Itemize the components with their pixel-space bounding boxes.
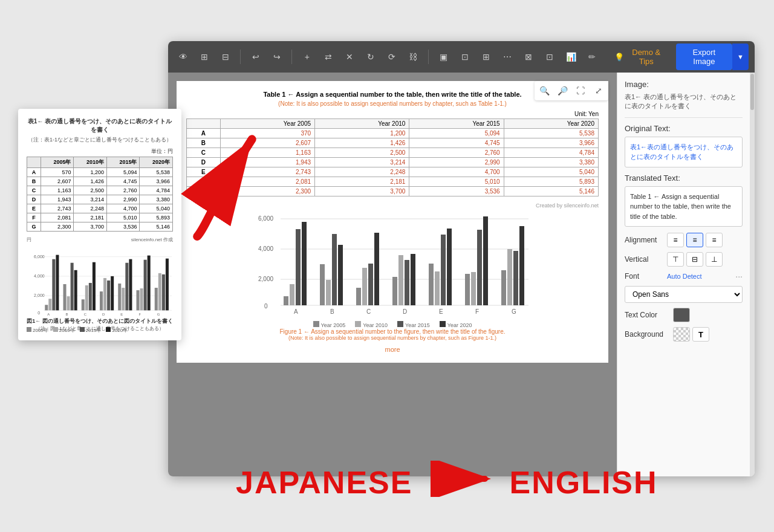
left-cell-0-3: 5,094	[106, 168, 140, 177]
content-area: 🔍 🔎 ⛶ ⤢ Table 1 ← Assign a sequential nu…	[168, 73, 755, 476]
align-middle-button[interactable]: ⊠	[519, 47, 537, 66]
svg-text:0: 0	[37, 311, 40, 315]
align-bottom-button[interactable]: ⊡	[541, 47, 558, 66]
canvas-header-1: Year 2005	[220, 119, 314, 129]
left-table-row: A5701,2005,0945,538	[27, 168, 173, 177]
refresh-button[interactable]: ↻	[362, 47, 380, 66]
close-button[interactable]: ✕	[341, 47, 359, 66]
right-panel: Image: 表1← 表の通し番号をつけ、そのあとに表のタイトルを書く Orig…	[617, 73, 750, 476]
left-table-header-1: 2005年	[41, 157, 74, 168]
svg-text:A: A	[294, 308, 298, 315]
font-select[interactable]: Open Sans	[625, 286, 743, 303]
align-right-button[interactable]: ⊞	[477, 47, 495, 66]
align-center-text-button[interactable]: ≡	[686, 233, 703, 247]
vertical-middle-button[interactable]: ⊟	[686, 252, 703, 267]
align-top-button[interactable]: ⋯	[498, 47, 516, 66]
canvas-document: Table 1 ← Assign a sequential number to …	[177, 81, 608, 363]
canvas-cell-1-2: 1,426	[315, 138, 409, 148]
scroll-thumb[interactable]	[750, 74, 754, 110]
original-text-label: Original Text:	[625, 124, 743, 133]
japanese-label: JAPANESE	[236, 464, 412, 501]
export-label: Export Image	[685, 48, 724, 66]
canvas-cell-0-4: 5,538	[504, 129, 598, 138]
svg-text:B: B	[330, 308, 334, 315]
redo-button[interactable]: ↪	[268, 47, 285, 66]
svg-rect-60	[356, 288, 361, 305]
left-table-row: F2,0812,1815,0105,893	[27, 213, 173, 222]
export-button-group: Export Image ▼	[676, 44, 749, 70]
fullscreen-button[interactable]: ⤢	[590, 82, 607, 99]
link-button[interactable]: ⛓	[405, 47, 422, 66]
background-swatch[interactable]	[673, 327, 690, 342]
left-cell-6-3: 3,536	[106, 222, 140, 232]
zoom-in-button[interactable]: 🔎	[554, 82, 571, 99]
vertical-bottom-button[interactable]: ⊥	[706, 252, 723, 267]
canvas-cell-4-2: 2,248	[315, 167, 409, 177]
canvas-fig-note: (Note: It is also possible to assign seq…	[186, 335, 599, 341]
align-left-button[interactable]: ▣	[435, 47, 452, 66]
export-image-button[interactable]: Export Image	[676, 44, 732, 70]
rotate-button[interactable]: ⟳	[383, 47, 401, 66]
canvas-cell-0-3: 5,094	[409, 129, 504, 138]
canvas-cell-3-3: 2,990	[409, 158, 504, 167]
left-table-row: D1,9433,2142,9903,380	[27, 195, 173, 204]
swap-button[interactable]: ⇄	[319, 47, 337, 66]
add-button[interactable]: +	[298, 47, 316, 66]
legend-2020: 2020年	[106, 327, 128, 334]
grid2-button[interactable]: ⊟	[216, 47, 234, 66]
canvas-cell-2-2: 2,500	[315, 148, 409, 158]
canvas-cell-1-1: 2,607	[220, 138, 314, 148]
svg-rect-53	[290, 284, 294, 305]
canvas-cell-1-4: 3,966	[504, 138, 598, 148]
align-center-button[interactable]: ⊡	[456, 47, 473, 66]
separator-3	[428, 50, 429, 64]
canvas-cell-5-3: 5,010	[409, 177, 504, 187]
align-left-text-button[interactable]: ≡	[667, 233, 684, 247]
svg-rect-12	[63, 284, 67, 310]
scrollbar[interactable]	[750, 73, 755, 476]
svg-rect-76	[501, 270, 506, 305]
canvas-chart-svg: 6,000 4,000 2,000 0	[186, 210, 599, 319]
left-cell-4-2: 2,248	[74, 204, 107, 213]
svg-rect-31	[148, 256, 151, 311]
svg-rect-56	[320, 264, 325, 305]
grid-button[interactable]: ⊞	[195, 47, 213, 66]
canvas-cell-2-1: 1,163	[220, 148, 314, 158]
left-cell-1-0: B	[27, 177, 41, 186]
svg-text:2,000: 2,000	[258, 276, 273, 282]
svg-rect-58	[332, 234, 337, 305]
align-right-text-button[interactable]: ≡	[706, 233, 723, 247]
transparent-button[interactable]: T	[692, 327, 709, 342]
canvas-cell-2-4: 4,784	[504, 148, 598, 158]
canvas-cell-4-1: 2,743	[220, 167, 314, 177]
undo-button[interactable]: ↩	[247, 47, 264, 66]
svg-rect-21	[103, 278, 106, 310]
canvas-cell-4-4: 5,040	[504, 167, 598, 177]
vertical-label: Vertical	[625, 255, 667, 264]
eye-button[interactable]: 👁	[174, 47, 192, 66]
svg-rect-71	[447, 229, 452, 305]
svg-text:4,000: 4,000	[34, 274, 45, 278]
canvas-header-0	[187, 119, 221, 129]
zoom-out-button[interactable]: 🔍	[536, 82, 553, 99]
demo-tips-button[interactable]: 💡 Demo & Tips	[608, 44, 672, 70]
vertical-top-button[interactable]: ⊤	[667, 252, 684, 267]
fit-button[interactable]: ⛶	[572, 82, 589, 99]
canvas-table-row: A3701,2005,0945,538	[187, 129, 599, 138]
left-cell-1-3: 4,745	[106, 177, 140, 186]
export-dropdown-button[interactable]: ▼	[732, 44, 749, 70]
canvas-table-row: E2,7432,2484,7005,040	[187, 167, 599, 177]
text-color-swatch[interactable]	[673, 308, 690, 322]
font-more-button[interactable]: ···	[735, 271, 743, 281]
svg-rect-35	[166, 259, 169, 311]
left-cell-5-4: 5,893	[140, 213, 173, 222]
canvas-more: more	[186, 346, 599, 353]
edit-button[interactable]: ✏	[584, 47, 601, 66]
svg-text:2,000: 2,000	[34, 293, 45, 297]
svg-rect-70	[441, 235, 446, 305]
chart-button[interactable]: 📊	[562, 47, 580, 66]
canvas-cell-2-3: 2,760	[409, 148, 504, 158]
canvas-table-row: C1,1632,5002,7604,784	[187, 148, 599, 158]
left-cell-5-1: 2,081	[41, 213, 74, 222]
demo-tips-label: Demo & Tips	[626, 48, 666, 66]
